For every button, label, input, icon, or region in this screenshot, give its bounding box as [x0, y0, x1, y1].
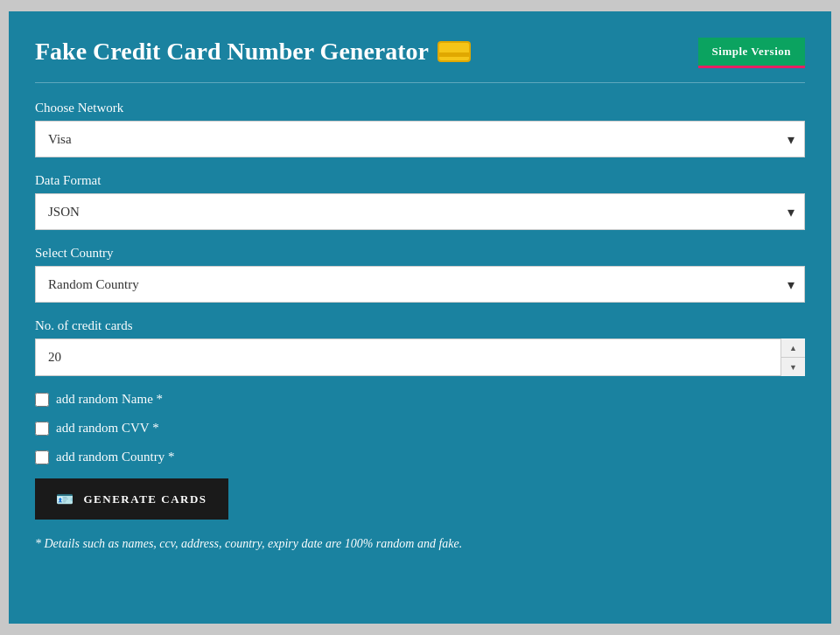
num-cards-spinners: ▲ ▼ — [780, 338, 805, 376]
num-cards-group: No. of credit cards ▲ ▼ — [35, 318, 805, 376]
data-format-select-wrapper: JSON CSV XML — [35, 193, 805, 230]
header: Fake Credit Card Number Generator Simple… — [35, 38, 805, 68]
country-select[interactable]: Random Country United States United King… — [35, 266, 805, 303]
credit-card-icon — [438, 41, 471, 62]
add-name-checkbox[interactable] — [35, 393, 49, 407]
divider — [35, 82, 805, 83]
num-cards-label: No. of credit cards — [35, 318, 805, 333]
network-label: Choose Network — [35, 101, 805, 115]
add-name-label[interactable]: add random Name * — [56, 392, 163, 407]
num-cards-input[interactable] — [35, 338, 805, 376]
add-cvv-checkbox[interactable] — [35, 422, 49, 436]
country-label: Select Country — [35, 246, 805, 261]
generate-card-icon: 🪪 — [56, 491, 75, 507]
main-container: Fake Credit Card Number Generator Simple… — [9, 11, 831, 624]
country-group: Select Country Random Country United Sta… — [35, 246, 805, 303]
add-country-group: add random Country * — [35, 450, 805, 464]
network-select-wrapper: Visa Mastercard American Express Discove… — [35, 121, 805, 157]
data-format-select[interactable]: JSON CSV XML — [35, 193, 805, 230]
generate-btn-label: GENERATE CARDS — [84, 492, 207, 506]
network-group: Choose Network Visa Mastercard American … — [35, 101, 805, 157]
page-title: Fake Credit Card Number Generator — [35, 38, 471, 66]
country-select-wrapper: Random Country United States United King… — [35, 266, 805, 303]
add-country-checkbox[interactable] — [35, 450, 49, 464]
num-cards-up[interactable]: ▲ — [781, 338, 805, 358]
add-cvv-label[interactable]: add random CVV * — [56, 421, 159, 436]
num-cards-wrapper: ▲ ▼ — [35, 338, 805, 376]
generate-cards-button[interactable]: 🪪 GENERATE CARDS — [35, 478, 228, 520]
add-cvv-group: add random CVV * — [35, 421, 805, 436]
data-format-group: Data Format JSON CSV XML — [35, 173, 805, 230]
add-country-label[interactable]: add random Country * — [56, 450, 174, 464]
data-format-label: Data Format — [35, 173, 805, 188]
simple-version-button[interactable]: Simple Version — [698, 38, 805, 68]
add-name-group: add random Name * — [35, 392, 805, 407]
page-title-text: Fake Credit Card Number Generator — [35, 38, 429, 66]
network-select[interactable]: Visa Mastercard American Express Discove… — [35, 121, 805, 157]
num-cards-down[interactable]: ▼ — [781, 358, 805, 376]
footer-note: * Details such as names, ccv, address, c… — [35, 537, 805, 551]
